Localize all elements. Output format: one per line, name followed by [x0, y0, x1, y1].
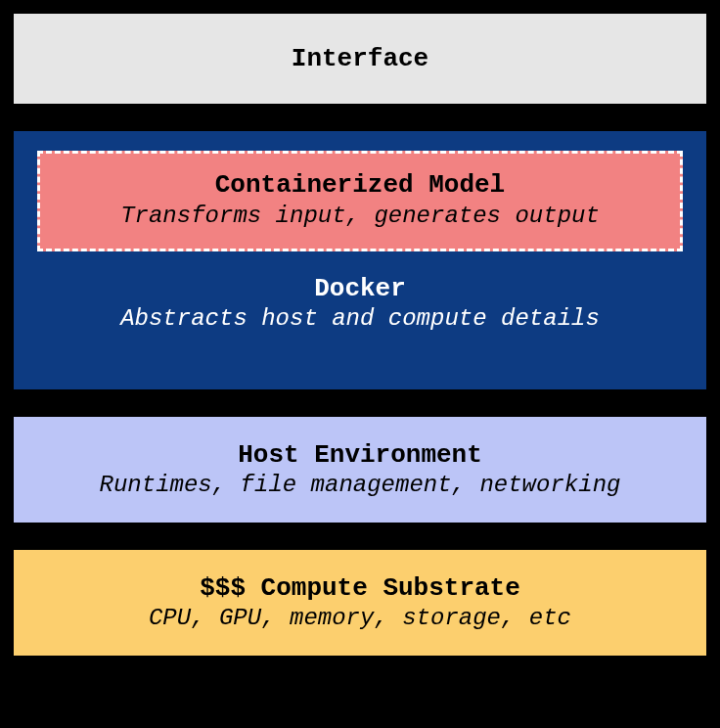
compute-subtitle: CPU, GPU, memory, storage, etc: [149, 604, 571, 633]
host-environment-layer: Host Environment Runtimes, file manageme…: [12, 415, 708, 524]
interface-title: Interface: [292, 43, 428, 75]
containerized-subtitle: Transforms input, generates output: [50, 202, 670, 231]
compute-title: $$$ Compute Substrate: [200, 572, 520, 605]
docker-subtitle: Abstracts host and compute details: [37, 304, 683, 334]
docker-text-block: Docker Abstracts host and compute detail…: [37, 273, 683, 335]
interface-layer: Interface: [12, 12, 708, 106]
compute-substrate-layer: $$$ Compute Substrate CPU, GPU, memory, …: [12, 548, 708, 658]
containerized-model-box: Containerized Model Transforms input, ge…: [37, 151, 683, 251]
host-subtitle: Runtimes, file management, networking: [100, 471, 621, 500]
host-title: Host Environment: [238, 439, 482, 472]
docker-title: Docker: [37, 273, 683, 305]
containerized-title: Containerized Model: [50, 169, 670, 202]
docker-layer: Containerized Model Transforms input, ge…: [12, 129, 708, 391]
